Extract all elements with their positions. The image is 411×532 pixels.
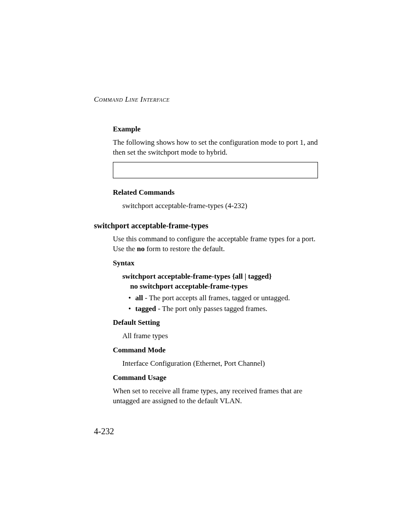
para-command-usage: When set to receive all frame types, any… — [113, 386, 318, 406]
heading-related-commands: Related Commands — [113, 188, 318, 198]
option-keyword: all — [135, 294, 143, 302]
list-item: all - The port accepts all frames, tagge… — [128, 293, 318, 303]
para-default-setting: All frame types — [122, 331, 318, 341]
section-switchport-acceptable-frame-types: switchport acceptable-frame-types Use th… — [113, 221, 318, 406]
option-desc: - The port only passes tagged frames. — [156, 305, 267, 313]
syntax-options-list: all - The port accepts all frames, tagge… — [128, 293, 318, 314]
heading-command-mode: Command Mode — [113, 345, 318, 355]
section-example: Example The following shows how to set t… — [113, 124, 318, 211]
option-desc: - The port accepts all frames, tagged or… — [143, 294, 290, 302]
heading-syntax: Syntax — [113, 258, 318, 268]
para-intro: Use this command to configure the accept… — [113, 234, 318, 254]
list-item: tagged - The port only passes tagged fra… — [128, 304, 318, 314]
para-related-commands: switchport acceptable-frame-types (4-232… — [122, 201, 318, 211]
intro-no-keyword: no — [137, 245, 145, 253]
page-number: 4-232 — [94, 426, 114, 437]
heading-command: switchport acceptable-frame-types — [94, 221, 318, 231]
page-content: Command Line Interface Example The follo… — [94, 95, 318, 411]
syntax-block: switchport acceptable-frame-types {all |… — [122, 272, 318, 292]
option-keyword: tagged — [135, 305, 156, 313]
para-command-mode: Interface Configuration (Ethernet, Port … — [122, 359, 318, 369]
intro-text-b: form to restore the default. — [145, 245, 225, 253]
heading-default-setting: Default Setting — [113, 318, 318, 328]
heading-example: Example — [113, 124, 318, 134]
code-example-box — [113, 162, 318, 178]
syntax-line-2: no switchport acceptable-frame-types — [130, 282, 318, 292]
syntax-line-1: switchport acceptable-frame-types {all |… — [122, 272, 318, 282]
heading-command-usage: Command Usage — [113, 373, 318, 383]
running-header: Command Line Interface — [94, 95, 318, 105]
para-example: The following shows how to set the confi… — [113, 138, 318, 158]
